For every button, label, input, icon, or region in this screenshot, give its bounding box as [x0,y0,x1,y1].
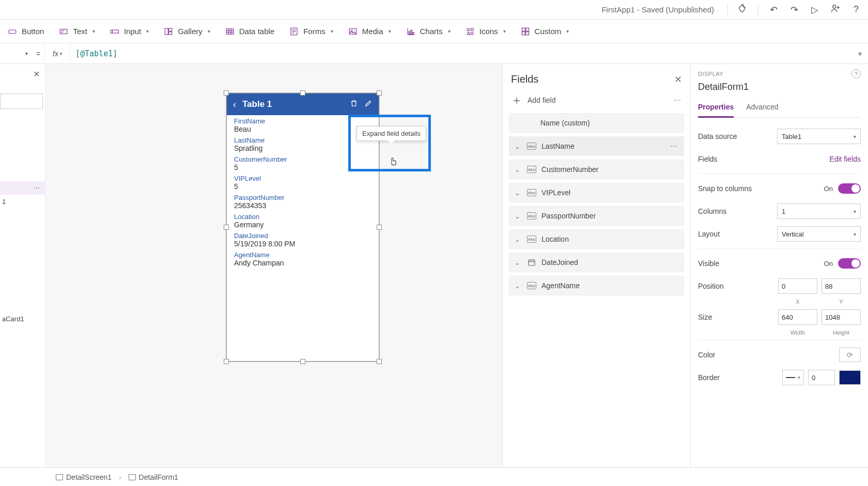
prop-size-label: Size [698,313,712,321]
svg-rect-3 [9,30,16,34]
field-item[interactable]: ⌄ Abc PassportNumber [509,206,684,226]
add-field-button[interactable]: ＋ Add field [511,95,555,106]
chevron-down-icon[interactable]: ⌄ [515,189,522,197]
svg-rect-26 [411,30,412,35]
form-body: FirstNameBeau LastNameSpratling Customer… [227,115,379,268]
text-type-icon: Abc [527,212,536,220]
text-icon [58,26,69,37]
visible-toggle[interactable] [838,258,861,269]
insert-button[interactable]: Button [7,26,44,37]
close-tree-icon[interactable]: ✕ [0,64,45,79]
properties-help-icon[interactable]: ? [851,69,861,79]
chevron-down-icon[interactable]: ⌄ [515,143,522,150]
fields-pane: Fields ✕ ＋ Add field ⋯ Name (custom) ⌄ A… [502,64,690,467]
tree-search-input[interactable] [0,93,43,109]
formula-input[interactable]: [@Table1] [70,49,851,58]
expand-field-tooltip: Expand field details [357,126,426,141]
properties-pane: DISPLAY ? DetailForm1 Properties Advance… [690,64,868,467]
prop-fields-label: Fields [698,155,717,163]
field-more-icon[interactable]: ⋯ [670,142,678,150]
selected-control-name: DetailForm1 [698,81,861,98]
redo-icon[interactable]: ↷ [788,4,800,15]
fields-pane-title: Fields [511,73,538,85]
prop-columns-label: Columns [698,207,726,215]
tree-item-selected[interactable]: ⋯ [0,181,45,195]
field-item-lastname[interactable]: ⌄ Abc LastName ⋯ [509,136,684,156]
back-icon[interactable]: ‹ [233,99,236,110]
field-item[interactable]: Name (custom) [509,113,684,133]
text-type-icon: Abc [527,236,536,243]
prop-border-label: Border [698,373,720,382]
insert-forms[interactable]: Forms▾ [289,26,333,37]
share-icon[interactable] [830,4,841,15]
svg-rect-32 [525,28,529,31]
border-color-swatch[interactable] [839,370,861,385]
field-item[interactable]: ⌄ Abc CustomerNumber [509,160,684,179]
fx-button[interactable]: fx▾ [44,43,70,64]
chevron-down-icon[interactable]: ⌄ [515,212,522,220]
tab-advanced[interactable]: Advanced [746,100,778,117]
prop-color-label: Color [698,351,715,359]
insert-gallery[interactable]: Gallery▾ [163,26,210,37]
position-x-input[interactable]: 0 [778,278,817,294]
chevron-down-icon[interactable]: ⌄ [515,166,522,174]
expand-formula-icon[interactable]: ▾ [851,50,868,58]
form-header: ‹ Table 1 [227,93,379,115]
chevron-down-icon[interactable]: ⌄ [515,282,522,290]
prop-data-source-label: Data source [698,132,737,140]
button-icon [7,26,18,37]
chevron-down-icon[interactable]: ⌄ [515,259,522,266]
property-selector[interactable]: ▾ [0,51,32,56]
app-title: FirstApp1 - Saved (Unpublished) [601,5,714,14]
border-width-input[interactable]: 0 [808,370,835,385]
svg-rect-27 [412,32,413,35]
svg-rect-7 [111,30,118,33]
field-item[interactable]: ⌄ DateJoined [509,253,684,272]
tree-item-more-icon[interactable]: ⋯ [34,184,43,192]
size-height-input[interactable]: 1048 [822,309,861,325]
edit-fields-link[interactable]: Edit fields [829,155,861,163]
form-title: Table 1 [242,99,344,109]
size-width-input[interactable]: 640 [778,309,817,325]
play-icon[interactable]: ▷ [809,4,820,15]
position-y-input[interactable]: 88 [822,278,861,294]
fields-pane-more-icon[interactable]: ⋯ [674,96,682,104]
icons-icon [465,26,475,37]
layout-select[interactable]: Vertical▾ [777,226,861,242]
edit-icon[interactable] [364,99,373,109]
tree-item-datacard[interactable]: aCard1 [0,312,45,326]
columns-select[interactable]: 1▾ [777,203,861,219]
undo-icon[interactable]: ↶ [768,4,779,15]
prop-snap-label: Snap to columns [698,184,752,193]
tree-view-panel: ✕ ⋯ 1 aCard1 [0,64,45,467]
insert-data-table[interactable]: Data table [225,26,274,37]
tree-item-form[interactable]: 1 [0,195,45,209]
color-reset-icon[interactable]: ⟳ [839,348,861,362]
text-type-icon: Abc [527,282,536,289]
border-style-select[interactable]: ▾ [782,370,804,385]
input-icon [110,26,120,37]
data-source-select[interactable]: Table1▾ [777,129,861,144]
close-fields-pane-icon[interactable]: ✕ [674,74,682,85]
insert-text[interactable]: Text▾ [58,26,95,37]
insert-custom[interactable]: Custom▾ [520,26,569,37]
help-icon[interactable]: ? [850,4,862,15]
crumb-screen[interactable]: DetailScreen1 [52,472,116,483]
insert-charts[interactable]: Charts▾ [406,26,451,37]
insert-input[interactable]: Input▾ [110,26,149,37]
field-item[interactable]: ⌄ Abc Location [509,229,684,249]
insert-icons[interactable]: Icons▾ [465,26,506,37]
charts-icon [406,26,416,37]
formula-bar: ▾ = fx▾ [@Table1] ▾ [0,43,868,64]
field-item[interactable]: ⌄ Abc VIPLevel [509,183,684,202]
insert-media[interactable]: Media▾ [348,26,391,37]
delete-icon[interactable] [350,99,358,109]
tab-properties[interactable]: Properties [698,100,734,118]
app-checker-icon[interactable] [737,3,749,16]
canvas[interactable]: ‹ Table 1 FirstNameBeau LastNameSpratlin… [45,64,502,467]
crumb-form[interactable]: DetailForm1 [125,472,182,483]
snap-toggle[interactable] [838,183,861,194]
title-bar: FirstApp1 - Saved (Unpublished) ↶ ↷ ▷ ? [0,0,868,20]
chevron-down-icon[interactable]: ⌄ [515,236,522,243]
field-item[interactable]: ⌄ Abc AgentName [509,276,684,295]
